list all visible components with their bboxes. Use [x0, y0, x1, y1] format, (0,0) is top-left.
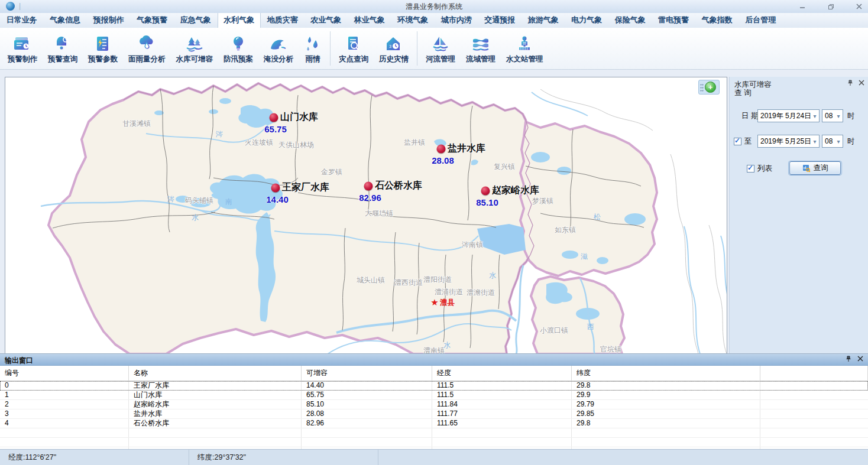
table-cell-filler — [760, 438, 868, 447]
table-cell-filler — [760, 409, 868, 418]
menu-item-6[interactable]: 地质灾害 — [261, 13, 305, 28]
list-label: 列表 — [757, 164, 772, 174]
table-cell — [302, 438, 432, 447]
toolbar-label: 淹没分析 — [264, 54, 293, 64]
reservoir-name-label: 王家厂水库 — [282, 181, 329, 194]
river-label: 西 — [587, 322, 594, 332]
status-longitude: 经度:112°6'27" — [0, 450, 189, 465]
toolbar-doc-search[interactable]: 灾点查询 — [333, 30, 374, 67]
pin-icon[interactable] — [847, 80, 853, 86]
toolbar-label: 水库可增容 — [176, 54, 213, 64]
table-row[interactable]: 0王家厂水库14.40111.529.8 — [0, 381, 868, 391]
title-bar: | 澧县业务制作系统 — [0, 0, 868, 14]
toolbar-basin-waves[interactable]: 流域管理 — [461, 30, 501, 67]
table-row[interactable]: 1山门水库65.75111.529.9 — [0, 391, 868, 400]
cloud-drop-icon — [137, 32, 157, 53]
column-header[interactable]: 编号 — [0, 366, 129, 381]
chevron-down-icon: ▾ — [811, 113, 819, 119]
table-cell — [129, 438, 302, 447]
column-header[interactable]: 名称 — [129, 366, 302, 381]
toolbar-label: 流域管理 — [466, 54, 495, 64]
menu-item-14[interactable]: 保险气象 — [608, 13, 652, 28]
toolbar-label: 面雨量分析 — [128, 54, 166, 64]
menu-item-11[interactable]: 交通预报 — [478, 13, 522, 28]
menu-item-3[interactable]: 气象预警 — [131, 13, 174, 28]
menu-item-9[interactable]: 环境气象 — [391, 13, 435, 28]
reservoir-value: 14.40 — [266, 194, 289, 204]
menu-item-4[interactable]: 应急气象 — [174, 13, 218, 28]
menu-item-16[interactable]: 气象指数 — [695, 13, 739, 28]
river-label: 滋 — [581, 252, 588, 262]
toolbar-bell-search[interactable]: 预警查询 — [43, 30, 83, 67]
menu-item-1[interactable]: 气象信息 — [44, 13, 88, 28]
table-cell: 111.5 — [432, 381, 572, 390]
toolbar-doc-lightning[interactable]: 预警参数 — [83, 30, 123, 67]
table-header-row: 编号名称可增容经度纬度 — [0, 366, 868, 381]
reservoir-marker[interactable] — [481, 187, 490, 196]
output-table: 编号名称可增容经度纬度0王家厂水库14.40111.529.81山门水库65.7… — [0, 366, 868, 457]
reservoir-name-label: 赵家峪水库 — [492, 184, 539, 197]
list-checkbox[interactable] — [747, 165, 754, 173]
panel-title: 水库可增容 查 询 — [734, 80, 772, 97]
close-icon[interactable] — [859, 80, 864, 86]
to-checkbox[interactable] — [734, 138, 741, 145]
table-cell: 石公桥水库 — [129, 419, 302, 428]
menu-item-13[interactable]: 电力气象 — [565, 13, 609, 28]
close-icon[interactable] — [857, 356, 863, 362]
window-title: 澧县业务制作系统 — [0, 2, 868, 12]
zoom-in-button[interactable]: + — [705, 82, 716, 93]
pin-icon[interactable] — [845, 356, 851, 362]
hour-to-select[interactable]: 08 ▾ — [822, 135, 843, 148]
column-header[interactable]: 经度 — [432, 366, 572, 381]
column-header[interactable]: 可增容 — [302, 366, 432, 381]
menu-item-12[interactable]: 旅游气象 — [522, 13, 565, 28]
minimize-icon[interactable] — [797, 2, 808, 11]
town-label: 码头铺镇 — [185, 196, 213, 206]
toolbar-reservoir-trees[interactable]: 水库可增容 — [171, 30, 219, 67]
toolbar-alert-edit[interactable]: 预警制作 — [2, 30, 43, 67]
town-label: 城头山镇 — [357, 275, 385, 285]
menu-item-5[interactable]: 水利气象 — [218, 13, 261, 28]
menu-item-8[interactable]: 林业气象 — [348, 13, 391, 28]
table-cell: 111.65 — [432, 419, 572, 428]
river-label: 水 — [443, 340, 451, 350]
date-to-select[interactable]: 2019年 5月25日 ▾ — [757, 135, 820, 148]
toolbar-hydro-station[interactable]: 水文站管理 — [501, 30, 549, 67]
toolbar-cloud-drop[interactable]: 面雨量分析 — [123, 30, 171, 67]
toolbar-bulb[interactable]: 防汛预案 — [218, 30, 258, 67]
restore-icon[interactable] — [825, 2, 836, 11]
menu-item-2[interactable]: 预报制作 — [87, 13, 131, 28]
reservoir-value: 28.08 — [432, 155, 454, 165]
table-cell: 28.08 — [302, 409, 432, 418]
menu-item-17[interactable]: 后台管理 — [739, 13, 783, 28]
hour-suffix-label: 时 — [847, 136, 855, 147]
toolbar-raindrops[interactable]: 雨情 — [299, 30, 327, 67]
close-icon[interactable] — [854, 2, 864, 11]
to-label: 至 — [744, 136, 752, 147]
chevron-down-icon: ▾ — [811, 138, 819, 145]
toolbar-label: 预警查询 — [48, 54, 77, 64]
date-from-select[interactable]: 2019年 5月24日 ▾ — [757, 109, 820, 122]
output-window-titlebar: 输出窗口 — [0, 354, 868, 366]
hour-from-select[interactable]: 08 ▾ — [822, 109, 843, 122]
menu-item-15[interactable]: 雷电预警 — [652, 13, 696, 28]
toolbar-sailboat[interactable]: 河流管理 — [420, 30, 461, 67]
menu-item-7[interactable]: 农业气象 — [305, 13, 348, 28]
query-button[interactable]: 查询 — [788, 161, 842, 175]
table-row[interactable]: 4石公桥水库82.96111.6529.8 — [0, 419, 868, 428]
toolbar-house-clock[interactable]: 3历史灾情 — [374, 30, 414, 67]
table-row[interactable]: 3盐井水库28.08111.7729.85 — [0, 409, 868, 419]
table-row[interactable]: 2赵家峪水库85.10111.8429.79 — [0, 400, 868, 409]
reservoir-marker[interactable] — [270, 113, 278, 122]
reservoir-marker[interactable] — [437, 145, 446, 154]
menu-item-10[interactable]: 城市内涝 — [435, 13, 478, 28]
column-header[interactable]: 纬度 — [572, 366, 760, 381]
reservoir-marker[interactable] — [271, 184, 280, 193]
reservoir-marker[interactable] — [364, 182, 373, 191]
map-canvas[interactable]: 甘溪滩镇火连坡镇天供山林场金罗镇盐井镇复兴镇梦溪镇码头铺镇大堰垱镇涔南镇如东镇城… — [5, 77, 727, 355]
table-cell: 29.8 — [572, 381, 760, 390]
toolbar-wave[interactable]: 淹没分析 — [258, 30, 299, 67]
reservoir-capacity-query-panel: 水库可增容 查 询 日 期 2019年 5月24日 ▾ 08 ▾ 时 — [729, 77, 868, 353]
table-cell: 王家厂水库 — [129, 381, 302, 390]
menu-item-0[interactable]: 日常业务 — [0, 13, 44, 28]
